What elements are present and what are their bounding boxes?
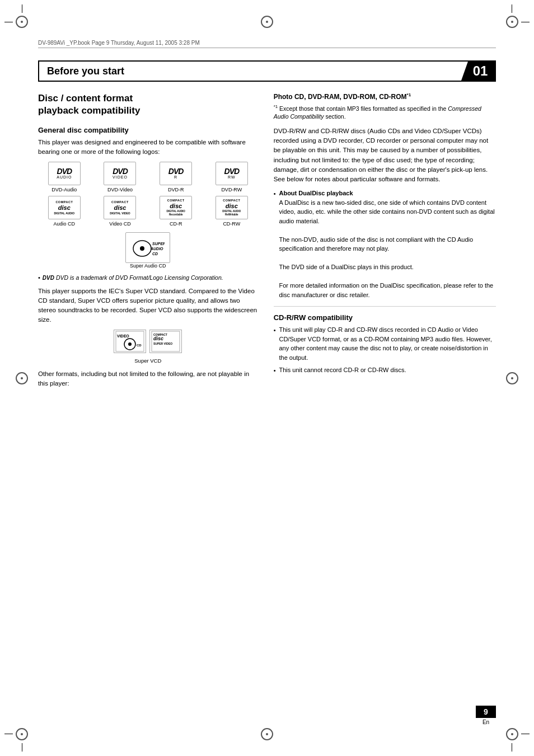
logo-dvd-video: DVD VIDEO DVD-Video	[94, 162, 147, 192]
general-disc-heading: General disc compatibility	[38, 126, 258, 134]
svg-text:SUPER VIDEO: SUPER VIDEO	[153, 342, 172, 345]
logo-cd-r: COMPACT disc DIGITAL AUDIORecordable CD-…	[149, 196, 202, 227]
sacd-label: Super Audio CD	[130, 263, 166, 269]
reg-mark-tr	[506, 16, 518, 28]
svcd-svg1: VIDEO CD	[115, 331, 144, 352]
page-number: 9	[476, 706, 496, 718]
sacd-section: SUPER AUDIO CD Super Audio CD	[38, 232, 258, 269]
page-lang: En	[483, 719, 489, 725]
super-vcd-wrap: VIDEO CD COMPACT disc SUPER VIDEO	[38, 330, 258, 353]
section-title: Before you start	[39, 62, 461, 81]
svg-point-1	[140, 246, 144, 251]
divider	[274, 306, 496, 307]
header-rule	[38, 48, 496, 48]
crop-tr-h	[521, 22, 530, 22]
svcd-svg2: COMPACT disc SUPER VIDEO	[151, 331, 180, 352]
svg-text:disc: disc	[153, 336, 163, 341]
trademark-note: • DVD DVD is a trademark of DVD Format/L…	[38, 274, 258, 281]
logo-dvd-audio: DVD AUDIO DVD-Audio	[38, 162, 91, 192]
cdrw-bullet-1: • This unit cannot record CD-R or CD-RW …	[274, 365, 496, 375]
main-title: Disc / content formatplayback compatibil…	[38, 92, 258, 117]
reg-mark-tl	[16, 16, 28, 28]
super-vcd-label: Super VCD	[38, 358, 258, 364]
svg-text:VIDEO: VIDEO	[117, 334, 129, 338]
crop-tr-v	[512, 4, 512, 13]
right-column: Photo CD, DVD-RAM, DVD-ROM, CD-ROM*1 *1 …	[274, 92, 496, 711]
trademark-text: DVD DVD is a trademark of DVD Format/Log…	[43, 274, 223, 281]
dualdisc-bullet-3: For more detailed information on the Dua…	[279, 282, 493, 298]
crop-tl-h	[4, 22, 13, 22]
svg-point-8	[128, 342, 132, 346]
crop-br-h	[521, 734, 530, 734]
svg-text:CD: CD	[152, 252, 158, 256]
cdrw-bullet-0: • This unit will play CD-R and CD-RW dis…	[274, 325, 496, 362]
reg-mark-br	[506, 728, 518, 740]
crop-tl-v	[22, 4, 22, 13]
disc-logos-grid: DVD AUDIO DVD-Audio DVD VIDEO DVD-Video …	[38, 162, 258, 227]
crop-br-v	[512, 743, 512, 752]
logo-video-cd: COMPACT disc DIGITAL VIDEO Video CD	[94, 196, 147, 227]
page-number-area: 9 En	[476, 706, 496, 725]
dvd-rw-text: DVD-R/RW and CD-R/RW discs (Audio CDs an…	[274, 126, 496, 185]
logo-dvd-r: DVD R DVD-R	[149, 162, 202, 192]
cdrw-heading: CD-R/RW compatibility	[274, 313, 496, 322]
file-info-bar: DV-989AVi _YP.book Page 9 Thursday, Augu…	[38, 38, 496, 46]
main-content: Disc / content formatplayback compatibil…	[38, 92, 496, 711]
other-formats-text: Other formats, including but not limited…	[38, 369, 258, 389]
reg-mid-right	[506, 372, 518, 384]
logo-dvd-rw: DVD RW DVD-RW	[205, 162, 258, 192]
cdrw-bullet-1-text: This unit cannot record CD-R or CD-RW di…	[279, 365, 406, 375]
section-header: Before you start 01	[38, 60, 496, 82]
iec-text: This player supports the IEC's Super VCD…	[38, 287, 258, 325]
reg-mid-top	[261, 16, 273, 28]
svg-text:CD: CD	[137, 344, 142, 347]
reg-mid-left	[16, 372, 28, 384]
file-info-text: DV-989AVi _YP.book Page 9 Thursday, Augu…	[38, 40, 200, 46]
dualdisc-bullet-1: The non-DVD, audio side of the disc is n…	[279, 236, 473, 252]
logo-audio-cd: COMPACT disc DIGITAL AUDIO Audio CD	[38, 196, 91, 227]
left-column: Disc / content formatplayback compatibil…	[38, 92, 258, 711]
logo-compact-svcd: COMPACT disc SUPER VIDEO	[149, 330, 182, 353]
crop-bl-v	[22, 743, 22, 752]
reg-mid-bottom	[261, 728, 273, 740]
sacd-svg: SUPER AUDIO CD	[131, 236, 165, 259]
footnote-text: *1 Except those that contain MP3 files f…	[274, 104, 496, 121]
reg-mark-bl	[16, 728, 28, 740]
dualdisc-bullet-2: The DVD side of a DualDisc plays in this…	[279, 264, 413, 270]
svg-text:SUPER: SUPER	[152, 242, 165, 246]
svg-text:AUDIO: AUDIO	[150, 247, 163, 251]
sacd-logo: SUPER AUDIO CD	[125, 232, 170, 263]
dualdisc-heading: About DualDisc playback	[279, 190, 353, 196]
dualdisc-bullet-0: A DualDisc is a new two-sided disc, one …	[279, 199, 494, 224]
photo-heading: Photo CD, DVD-RAM, DVD-ROM, CD-ROM*1	[274, 92, 496, 101]
logo-cd-rw: COMPACT disc DIGITAL AUDIOReWritable CD-…	[205, 196, 258, 227]
crop-bl-h	[4, 734, 13, 734]
dualdisc-section: • About DualDisc playback A DualDisc is …	[274, 189, 496, 299]
logo-video-cd-svcd: VIDEO CD	[114, 330, 146, 353]
section-number: 01	[461, 62, 495, 81]
general-disc-intro: This player was designed and engineered …	[38, 138, 258, 157]
